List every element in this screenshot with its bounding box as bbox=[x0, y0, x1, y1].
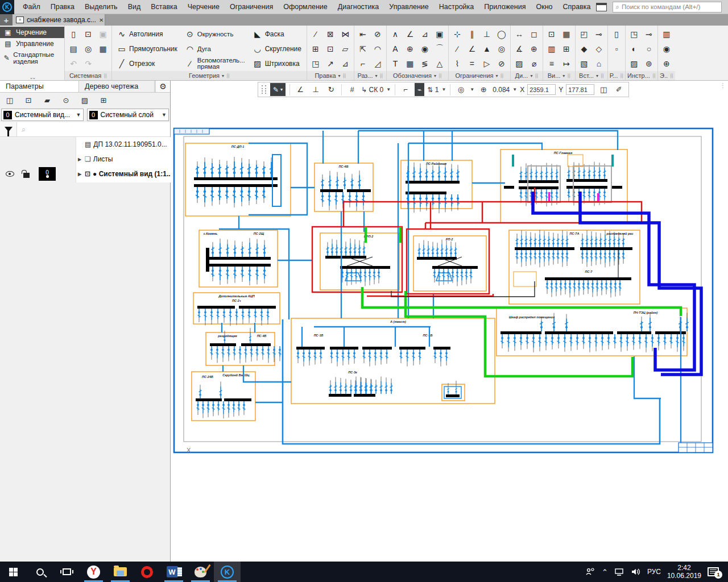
dim-icon-6[interactable]: ◿ bbox=[370, 56, 385, 71]
zoom-value[interactable]: 0.084 bbox=[493, 86, 510, 94]
auxline-button[interactable]: ∕Вспомогатель...прямая bbox=[181, 56, 249, 71]
menu-item[interactable]: Справка bbox=[558, 1, 596, 13]
note-icon-11[interactable]: ⌒ bbox=[432, 41, 447, 56]
edit-icon-6[interactable]: ↗ bbox=[323, 56, 338, 71]
diag-icon-1[interactable]: ↔ bbox=[512, 27, 527, 41]
autoline-button[interactable]: ∿Автолиния bbox=[113, 27, 181, 41]
ruler-icon[interactable]: ◫ bbox=[597, 85, 610, 94]
view-icon-2[interactable]: ▥ bbox=[544, 41, 559, 56]
dim-icon-2[interactable]: ⇱ bbox=[355, 41, 370, 56]
snap-angle-icon[interactable]: ⊥ bbox=[309, 85, 322, 94]
new-tab-button[interactable]: + bbox=[0, 14, 13, 26]
edit-icon-8[interactable]: ▱ bbox=[338, 41, 353, 56]
save-icon[interactable]: ▣ bbox=[96, 27, 110, 41]
panel-handle-dots[interactable]: ⋮ bbox=[720, 84, 726, 87]
expand-arrow-icon[interactable]: ▶ bbox=[78, 157, 82, 162]
tree-search-input[interactable]: ⌕ bbox=[17, 122, 170, 136]
scale-control[interactable]: ⇅ 1 bbox=[427, 86, 439, 94]
e-icon-1[interactable]: ▥ bbox=[659, 27, 674, 41]
arc-button[interactable]: ◠Дуга bbox=[181, 41, 249, 56]
opera-icon[interactable] bbox=[134, 562, 160, 582]
constr-icon-11[interactable]: ◎ bbox=[494, 41, 509, 56]
explorer-icon[interactable] bbox=[107, 562, 134, 582]
hatch-button[interactable]: ▨Штриховка bbox=[249, 56, 305, 71]
constr-icon-5[interactable]: ∠ bbox=[465, 41, 479, 56]
kompas-taskbar-icon[interactable]: K bbox=[214, 562, 241, 582]
redo-icon[interactable]: ↷ bbox=[81, 56, 96, 71]
constr-icon-3[interactable]: ⌇ bbox=[450, 56, 465, 71]
print-icon[interactable]: ▤ bbox=[66, 41, 81, 56]
edit-icon-1[interactable]: ∕ bbox=[308, 27, 323, 41]
start-button[interactable] bbox=[0, 562, 27, 582]
note-icon-4[interactable]: ∠ bbox=[403, 27, 417, 41]
save-as-icon[interactable]: ▦ bbox=[96, 41, 110, 56]
constr-icon-10[interactable]: ◯ bbox=[494, 27, 509, 41]
panel-icon-insert[interactable]: ⊞ bbox=[97, 94, 110, 106]
note-icon-10[interactable]: ▣ bbox=[432, 27, 447, 41]
insert-icon-5[interactable]: ◇ bbox=[592, 41, 606, 56]
tree-item-document[interactable]: ▤ ДП 13.02.11.190951.0... bbox=[76, 137, 171, 152]
language-indicator[interactable]: РУС bbox=[647, 568, 661, 576]
drawing-canvas[interactable]: XПС-ДП-1ПС-4ВПС-РайоннаяПС-Главнаяс.Каме… bbox=[171, 81, 728, 562]
view-combo[interactable]: 0 Системный вид... ▼ bbox=[1, 109, 84, 121]
menu-item[interactable]: Оформление bbox=[278, 1, 333, 13]
task-view-icon[interactable] bbox=[53, 562, 80, 582]
insert-icon-6[interactable]: ⌂ bbox=[592, 56, 606, 71]
y-coordinate-field[interactable]: 177.81 bbox=[566, 84, 594, 95]
note-icon-6[interactable]: ▦ bbox=[403, 56, 417, 71]
panel-icon-window[interactable]: ◫ bbox=[3, 94, 16, 106]
menu-item[interactable]: Вид bbox=[123, 1, 146, 13]
snap-point-icon[interactable]: ↻ bbox=[325, 85, 337, 94]
diag-icon-3[interactable]: ▨ bbox=[512, 56, 527, 71]
yandex-browser-icon[interactable]: Y bbox=[80, 562, 107, 582]
note-icon-1[interactable]: ∧ bbox=[388, 27, 403, 41]
new-document-icon[interactable]: ▯ bbox=[66, 27, 81, 41]
constr-icon-8[interactable]: ▲ bbox=[479, 41, 494, 56]
constr-icon-2[interactable]: ∕ bbox=[450, 41, 465, 56]
view-icon-4[interactable]: ▦ bbox=[559, 27, 574, 41]
r-icon-2[interactable]: ▫ bbox=[609, 41, 624, 56]
preview-icon[interactable]: ◎ bbox=[81, 41, 96, 56]
eyedropper-icon[interactable]: ✐ bbox=[613, 85, 625, 94]
menu-item[interactable]: Настройка bbox=[434, 1, 479, 13]
menu-item[interactable]: Выделить bbox=[80, 1, 123, 13]
tool-icon-2[interactable]: ◐ bbox=[627, 41, 642, 56]
layer-chip[interactable]: 0 bbox=[39, 167, 56, 181]
view-icon-5[interactable]: ⊞ bbox=[559, 41, 574, 56]
filter-icon[interactable] bbox=[0, 122, 17, 136]
view-icon-1[interactable]: ⊡ bbox=[544, 27, 559, 41]
layer-combo[interactable]: 0 Системный слой ▼ bbox=[87, 109, 169, 121]
menu-item[interactable]: Приложения bbox=[479, 1, 531, 13]
constr-icon-6[interactable]: = bbox=[465, 56, 479, 71]
tool-icon-1[interactable]: ◳ bbox=[627, 27, 642, 41]
notification-icon[interactable]: 1 bbox=[708, 567, 719, 576]
window-layout-icon[interactable] bbox=[596, 3, 607, 11]
x-coordinate-field[interactable]: 2359.1 bbox=[527, 84, 556, 95]
segment-button[interactable]: ╱Отрезок bbox=[113, 56, 181, 71]
menu-item[interactable]: Правка bbox=[46, 1, 80, 13]
taskbar-search-icon[interactable] bbox=[27, 562, 53, 582]
constr-icon-7[interactable]: ⊥ bbox=[479, 27, 494, 41]
ribbon-tab-upravlenie[interactable]: ▤Управление bbox=[0, 38, 64, 49]
insert-icon-1[interactable]: ◰ bbox=[577, 27, 592, 41]
fillet-button[interactable]: ◡Скругление bbox=[249, 41, 305, 56]
tree-item-sheets[interactable]: ▶ ❏ Листы bbox=[76, 152, 171, 167]
constr-icon-12[interactable]: ⊘ bbox=[494, 56, 509, 71]
constr-icon-4[interactable]: ∥ bbox=[465, 27, 479, 41]
diag-icon-5[interactable]: ⊕ bbox=[527, 41, 541, 56]
snap-button[interactable]: ✎▾ bbox=[270, 83, 286, 96]
open-document-icon[interactable]: ⊡ bbox=[81, 27, 96, 41]
dim-icon-4[interactable]: ⊘ bbox=[370, 27, 385, 41]
dim-icon-1[interactable]: ⇤ bbox=[355, 27, 370, 41]
panel-icon-image[interactable]: ▨ bbox=[78, 94, 91, 106]
chamfer-button[interactable]: ◣Фаска bbox=[249, 27, 305, 41]
view-icon-6[interactable]: ↦ bbox=[559, 56, 574, 71]
tool-icon-5[interactable]: ○ bbox=[642, 41, 656, 56]
ribbon-tab-std[interactable]: ✎Стандартные изделия bbox=[0, 49, 64, 66]
app-icon[interactable]: K bbox=[0, 0, 14, 14]
note-icon-9[interactable]: ≶ bbox=[417, 56, 432, 71]
tool-icon-3[interactable]: ▨ bbox=[627, 56, 642, 71]
document-tab[interactable]: ≡ снабжение завода.c... ✕ bbox=[13, 14, 105, 26]
word-icon[interactable]: W bbox=[160, 562, 187, 582]
diag-icon-4[interactable]: ◻ bbox=[527, 27, 541, 41]
